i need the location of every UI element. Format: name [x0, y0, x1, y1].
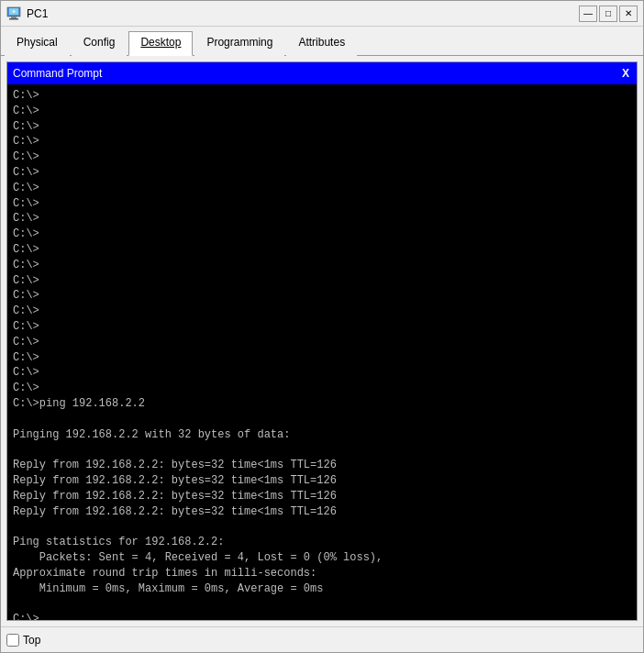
main-window: PC1 — □ ✕ Physical Config Desktop Progra… [0, 0, 644, 653]
tab-physical[interactable]: Physical [5, 31, 70, 56]
window-title: PC1 [27, 7, 579, 20]
minimize-button[interactable]: — [579, 6, 597, 22]
maximize-button[interactable]: □ [599, 6, 617, 22]
tab-programming[interactable]: Programming [194, 31, 284, 56]
top-checkbox-label[interactable]: Top [6, 634, 40, 647]
close-button[interactable]: ✕ [619, 6, 638, 22]
svg-point-4 [13, 10, 16, 13]
app-icon [6, 6, 21, 21]
cmd-output[interactable]: C:\> C:\> C:\> C:\> C:\> C:\> C:\> C:\> … [7, 84, 637, 620]
command-prompt-window: Command Prompt X C:\> C:\> C:\> C:\> C:\… [6, 61, 638, 621]
top-checkbox[interactable] [6, 634, 19, 647]
title-bar: PC1 — □ ✕ [1, 1, 643, 27]
window-controls: — □ ✕ [579, 6, 638, 22]
tab-config[interactable]: Config [72, 31, 128, 56]
tab-bar: Physical Config Desktop Programming Attr… [1, 27, 643, 56]
top-label: Top [23, 634, 40, 647]
tab-desktop[interactable]: Desktop [128, 31, 193, 56]
content-area: Command Prompt X C:\> C:\> C:\> C:\> C:\… [1, 56, 643, 626]
tab-attributes[interactable]: Attributes [286, 31, 357, 56]
cmd-title: Command Prompt [13, 67, 102, 80]
cmd-close-button[interactable]: X [620, 67, 631, 80]
cmd-title-bar: Command Prompt X [7, 62, 637, 84]
bottom-bar: Top [1, 626, 643, 652]
svg-rect-3 [9, 18, 18, 20]
svg-rect-2 [11, 17, 17, 18]
